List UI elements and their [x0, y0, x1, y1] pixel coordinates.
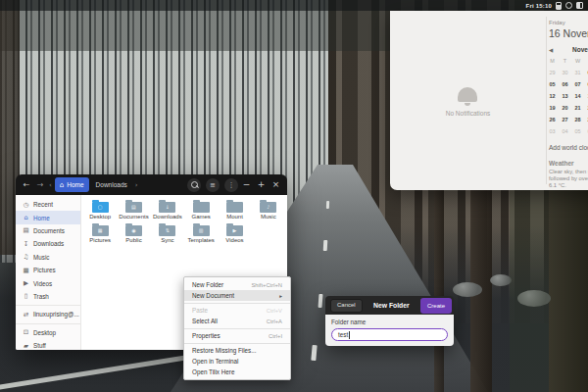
maximize-button[interactable]: + — [255, 174, 268, 195]
calendar-day[interactable]: 26 — [546, 117, 559, 122]
folder-sync[interactable]: ⇅ Sync — [151, 222, 184, 243]
calendar-day[interactable]: 07 — [571, 81, 584, 87]
calendar-day[interactable]: 29 — [584, 117, 588, 122]
breadcrumb-home[interactable]: ⌂ Home — [55, 177, 89, 192]
calendar-day[interactable]: 06 — [584, 128, 588, 134]
sidebar-item-desktop[interactable]: ⊡ Desktop — [16, 326, 80, 339]
panel-separator — [546, 17, 547, 184]
sidebar-item-downloads[interactable]: ↧ Downloads — [16, 237, 80, 250]
volume-icon[interactable] — [565, 2, 572, 9]
sidebar-item-remote[interactable]: ⇄ linuxuprising@... — [16, 308, 80, 320]
document-emblem-icon: ▤ — [131, 205, 136, 210]
search-button[interactable] — [187, 178, 201, 192]
calendar-day[interactable]: 22 — [584, 105, 588, 111]
cancel-button[interactable]: Cancel — [330, 299, 363, 313]
folder-label: Public — [125, 237, 141, 243]
folder-desktop[interactable]: ▢ Desktop — [83, 199, 117, 220]
minimize-button[interactable]: − — [240, 174, 253, 195]
forward-button[interactable]: → — [34, 174, 46, 195]
sidebar: ◷ Recent ⌂ Home ▤ Documents ↧ Downloads … — [16, 195, 81, 350]
documents-icon: ▤ — [23, 226, 29, 234]
folder-templates[interactable]: ▥ Templates — [184, 222, 218, 243]
close-button[interactable]: × — [270, 174, 282, 195]
folder-grid: ▢ Desktop ▤ Documents ↓ Downloads Games — [83, 199, 285, 243]
sidebar-item-videos[interactable]: ▶ Videos — [16, 276, 80, 289]
calendar-prev-icon[interactable]: ◀ — [549, 47, 553, 53]
sidebar-label: Trash — [33, 293, 49, 300]
calendar-day[interactable]: 21 — [571, 105, 584, 111]
folder-label: Music — [261, 214, 276, 220]
clock-label[interactable]: Fri 15:10 — [526, 3, 552, 9]
calendar-week-row: 05 06 07 08 — [546, 81, 588, 87]
sidebar-item-recent[interactable]: ◷ Recent — [16, 198, 80, 211]
folder-videos[interactable]: ▶ Videos — [218, 222, 251, 243]
calendar-day[interactable]: 31 — [571, 70, 584, 75]
file-view[interactable]: ▢ Desktop ▤ Documents ↓ Downloads Games — [81, 195, 287, 350]
folder-name-value: test — [338, 331, 348, 338]
calendar-day[interactable]: 20 — [559, 105, 571, 111]
menu-item-select-all[interactable]: Select All Ctrl+A — [184, 316, 290, 326]
create-button[interactable]: Create — [420, 298, 452, 314]
sidebar-label: Pictures — [33, 267, 56, 273]
chevron-left-icon[interactable]: ‹ — [48, 181, 53, 189]
menu-item-restore-missing-files[interactable]: Restore Missing Files... — [184, 345, 290, 356]
add-world-clocks-button[interactable]: Add world clocks — [549, 144, 588, 151]
calendar-day[interactable]: 30 — [559, 70, 571, 75]
folder-public[interactable]: ◉ Public — [117, 222, 150, 243]
top-panel[interactable]: Fri 15:10 — [0, 0, 588, 11]
battery-icon[interactable] — [556, 2, 562, 10]
folder-music[interactable]: ♪ Music — [252, 199, 285, 220]
folder-icon: ▢ — [92, 202, 109, 213]
calendar-day[interactable]: 28 — [571, 117, 584, 122]
menu-shortcut: Ctrl+V — [267, 308, 282, 314]
folder-mount[interactable]: Mount — [218, 199, 251, 220]
calendar-day[interactable]: 06 — [559, 81, 571, 87]
menu-item-properties[interactable]: Properties Ctrl+I — [184, 330, 290, 341]
folder-pictures[interactable]: ▦ Pictures — [83, 222, 117, 243]
new-folder-dialog: Cancel New Folder Create Folder name tes… — [325, 296, 454, 346]
calendar-day[interactable]: 27 — [559, 117, 571, 122]
calendar-day[interactable]: 01 — [584, 70, 588, 75]
menu-button[interactable]: ⋮ — [224, 178, 238, 192]
folder-games[interactable]: Games — [184, 199, 218, 220]
calendar-day[interactable]: 03 — [546, 128, 559, 134]
calendar-day[interactable]: 05 — [571, 128, 584, 134]
calendar-day[interactable]: 19 — [546, 105, 559, 111]
calendar-day[interactable]: 05 — [546, 81, 559, 87]
sidebar-separator — [16, 305, 80, 306]
sidebar-item-home[interactable]: ⌂ Home — [16, 211, 80, 223]
power-icon[interactable] — [576, 2, 583, 9]
menu-item-new-folder[interactable]: New Folder Shift+Ctrl+N — [184, 279, 290, 290]
menu-item-open-tilix-here[interactable]: Open Tilix Here — [184, 367, 290, 377]
folder-downloads[interactable]: ↓ Downloads — [151, 199, 184, 220]
notification-list: No Notifications — [390, 11, 546, 190]
folder-documents[interactable]: ▤ Documents — [117, 199, 150, 220]
folder-label: Templates — [187, 237, 214, 243]
calendar-day[interactable]: 04 — [559, 128, 571, 134]
sidebar-item-stuff[interactable]: ▰ Stuff — [16, 339, 80, 352]
folder-icon: ▤ — [125, 202, 142, 213]
sidebar-label: Music — [33, 254, 49, 261]
sidebar-item-documents[interactable]: ▤ Documents — [16, 224, 80, 237]
back-button[interactable]: ← — [21, 174, 32, 195]
sidebar-item-trash[interactable]: ▯ Trash — [16, 290, 80, 303]
calendar-day[interactable]: 29 — [546, 70, 559, 75]
menu-item-open-in-terminal[interactable]: Open in Terminal — [184, 356, 290, 367]
menu-item-new-document[interactable]: New Document ▸ — [184, 290, 290, 301]
breadcrumb-downloads[interactable]: Downloads — [91, 181, 132, 188]
calendar-week-row: 29 30 31 01 — [546, 70, 588, 75]
home-icon: ⌂ — [60, 181, 64, 189]
menu-item-paste[interactable]: Paste Ctrl+V — [184, 305, 290, 316]
calendar-day[interactable]: 12 — [546, 93, 559, 99]
sidebar-label: Desktop — [33, 329, 56, 336]
view-list-button[interactable]: ≡ — [206, 178, 220, 192]
sidebar-item-music[interactable]: ♫ Music — [16, 251, 80, 264]
folder-name-input[interactable]: test — [331, 328, 448, 341]
sidebar-item-pictures[interactable]: ▦ Pictures — [16, 264, 80, 276]
chevron-right-icon[interactable]: › — [134, 181, 139, 189]
calendar-day[interactable]: 13 — [559, 93, 571, 99]
menu-label: Restore Missing Files... — [192, 347, 256, 354]
calendar-day[interactable]: 08 — [584, 81, 588, 87]
calendar-day[interactable]: 14 — [571, 93, 584, 99]
calendar-day[interactable]: 15 — [584, 93, 588, 99]
